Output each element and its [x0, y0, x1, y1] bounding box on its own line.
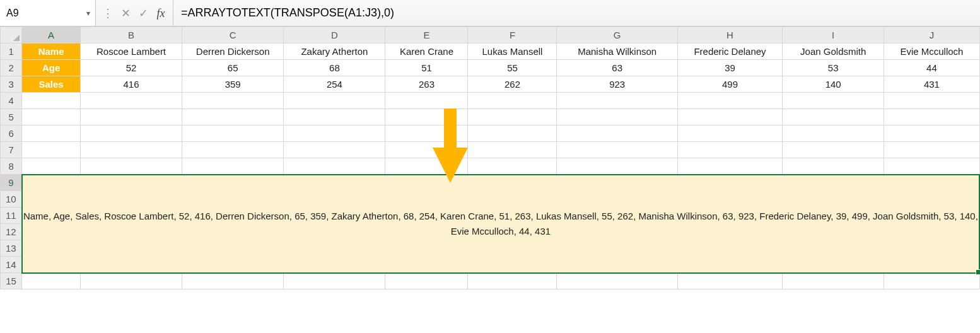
cell-age[interactable]: 63	[557, 60, 677, 76]
cell-age[interactable]: 55	[468, 60, 557, 76]
cell-empty[interactable]	[182, 109, 284, 126]
column-header-D[interactable]: D	[284, 27, 385, 44]
cell-empty[interactable]	[468, 93, 557, 109]
row-header-13[interactable]: 13	[1, 240, 22, 257]
cell-empty[interactable]	[22, 93, 81, 109]
result-cell[interactable]: Name, Age, Sales, Roscoe Lambert, 52, 41…	[22, 175, 979, 273]
cell-empty[interactable]	[284, 142, 385, 158]
cell-empty[interactable]	[783, 273, 884, 289]
cell-empty[interactable]	[557, 93, 677, 109]
cell-name[interactable]: Roscoe Lambert	[80, 44, 182, 60]
cell-empty[interactable]	[182, 93, 284, 109]
row-header-5[interactable]: 5	[1, 109, 22, 126]
cell-empty[interactable]	[80, 93, 182, 109]
cell-empty[interactable]	[284, 109, 385, 126]
row-header-10[interactable]: 10	[1, 191, 22, 207]
cell-empty[interactable]	[284, 273, 385, 289]
cell-empty[interactable]	[557, 273, 677, 289]
cell-empty[interactable]	[22, 126, 81, 142]
cell-name[interactable]: Frederic Delaney	[677, 44, 782, 60]
insert-function-icon[interactable]: fx	[154, 8, 168, 19]
column-header-E[interactable]: E	[385, 27, 468, 44]
cell-empty[interactable]	[284, 158, 385, 175]
spreadsheet-grid[interactable]: ABCDEFGHIJ1NameRoscoe LambertDerren Dick…	[0, 26, 980, 289]
cell-empty[interactable]	[677, 142, 782, 158]
cell-empty[interactable]	[385, 273, 468, 289]
cell-empty[interactable]	[884, 158, 979, 175]
cell-empty[interactable]	[80, 109, 182, 126]
cell-empty[interactable]	[385, 142, 468, 158]
cell-empty[interactable]	[182, 142, 284, 158]
cell-sales[interactable]: 359	[182, 76, 284, 93]
row-header-7[interactable]: 7	[1, 142, 22, 158]
column-header-F[interactable]: F	[468, 27, 557, 44]
cell-empty[interactable]	[468, 158, 557, 175]
column-header-I[interactable]: I	[783, 27, 884, 44]
cell-age[interactable]: 44	[884, 60, 979, 76]
row-header-9[interactable]: 9	[1, 175, 22, 191]
row-header-15[interactable]: 15	[1, 273, 22, 289]
cell-empty[interactable]	[22, 158, 81, 175]
column-header-B[interactable]: B	[80, 27, 182, 44]
cell-sales[interactable]: 923	[557, 76, 677, 93]
cell-empty[interactable]	[884, 142, 979, 158]
cell-empty[interactable]	[80, 273, 182, 289]
row-header-3[interactable]: 3	[1, 76, 22, 93]
cell-empty[interactable]	[182, 126, 284, 142]
cell-age[interactable]: 39	[677, 60, 782, 76]
cell-empty[interactable]	[783, 109, 884, 126]
cell-age[interactable]: 51	[385, 60, 468, 76]
enter-icon[interactable]: ✓	[136, 8, 150, 19]
row-label-sales[interactable]: Sales	[22, 76, 81, 93]
cell-empty[interactable]	[385, 109, 468, 126]
row-header-6[interactable]: 6	[1, 126, 22, 142]
column-header-G[interactable]: G	[557, 27, 677, 44]
cell-name[interactable]: Joan Goldsmith	[783, 44, 884, 60]
cell-empty[interactable]	[557, 126, 677, 142]
cell-empty[interactable]	[783, 158, 884, 175]
chevron-down-icon[interactable]: ▾	[86, 9, 90, 18]
cell-name[interactable]: Evie Mcculloch	[884, 44, 979, 60]
cell-empty[interactable]	[22, 109, 81, 126]
column-header-H[interactable]: H	[677, 27, 782, 44]
cell-age[interactable]: 68	[284, 60, 385, 76]
cell-empty[interactable]	[677, 93, 782, 109]
cell-age[interactable]: 53	[783, 60, 884, 76]
cell-empty[interactable]	[557, 142, 677, 158]
cell-name[interactable]: Karen Crane	[385, 44, 468, 60]
cell-name[interactable]: Derren Dickerson	[182, 44, 284, 60]
row-header-12[interactable]: 12	[1, 224, 22, 240]
column-header-A[interactable]: A	[22, 27, 81, 44]
row-label-name[interactable]: Name	[22, 44, 81, 60]
select-all-corner[interactable]	[1, 27, 22, 44]
cell-sales[interactable]: 499	[677, 76, 782, 93]
cell-name[interactable]: Manisha Wilkinson	[557, 44, 677, 60]
formula-input-wrap[interactable]	[173, 0, 980, 26]
worksheet[interactable]: ABCDEFGHIJ1NameRoscoe LambertDerren Dick…	[0, 26, 980, 289]
cell-empty[interactable]	[182, 273, 284, 289]
cell-empty[interactable]	[80, 158, 182, 175]
cell-name[interactable]: Zakary Atherton	[284, 44, 385, 60]
cell-empty[interactable]	[783, 126, 884, 142]
cell-age[interactable]: 52	[80, 60, 182, 76]
cell-sales[interactable]: 416	[80, 76, 182, 93]
row-header-4[interactable]: 4	[1, 93, 22, 109]
cell-sales[interactable]: 140	[783, 76, 884, 93]
cell-sales[interactable]: 263	[385, 76, 468, 93]
cell-empty[interactable]	[557, 109, 677, 126]
name-box-input[interactable]	[5, 7, 86, 20]
row-header-2[interactable]: 2	[1, 60, 22, 76]
row-header-8[interactable]: 8	[1, 158, 22, 175]
cell-sales[interactable]: 262	[468, 76, 557, 93]
cell-empty[interactable]	[468, 109, 557, 126]
cell-name[interactable]: Lukas Mansell	[468, 44, 557, 60]
cell-empty[interactable]	[468, 142, 557, 158]
row-header-14[interactable]: 14	[1, 257, 22, 273]
cell-empty[interactable]	[80, 126, 182, 142]
cell-empty[interactable]	[182, 158, 284, 175]
formula-input[interactable]	[180, 6, 980, 20]
cell-empty[interactable]	[468, 126, 557, 142]
cell-empty[interactable]	[884, 109, 979, 126]
cell-empty[interactable]	[22, 142, 81, 158]
cell-empty[interactable]	[80, 142, 182, 158]
